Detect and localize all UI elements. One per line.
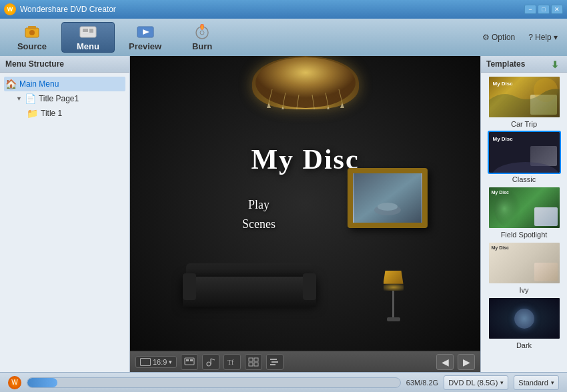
maximize-button[interactable]: □ [538,5,550,14]
progress-fill [27,378,57,387]
disc-type-label: DVD DL (8.5G) [448,379,498,387]
dvd-background: My Disc Play Scenes [130,56,480,351]
standard-select[interactable]: Standard ▾ [514,375,559,390]
download-icon[interactable]: ⬇ [551,59,562,69]
template-label-field: Field Spotlight [501,231,548,239]
ratio-arrow: ▾ [169,359,172,365]
lamp-shade [384,271,404,284]
svg-rect-39 [254,358,258,361]
tree-main-menu[interactable]: 🏠 Main Menu [4,77,125,91]
svg-text:Tf: Tf [227,359,234,366]
templates-list: My Disc Car Trip My Disc [481,73,567,372]
tree-title-page1[interactable]: ▼ 📄 Title Page1 [15,91,125,106]
tmpl-car-trip-bg: My Disc [489,77,560,117]
aspect-ratio-button[interactable]: 16:9 ▾ [135,356,177,368]
text-button[interactable]: Tf [223,354,241,370]
svg-point-2 [29,30,35,35]
statusbar: W 63M/8.2G DVD DL (8.5G) ▾ Standard ▾ [0,372,567,392]
template-car-trip[interactable]: My Disc Car Trip [484,75,564,128]
couch-body [183,277,316,307]
tree-area: 🏠 Main Menu ▼ 📄 Title Page1 📁 Title 1 [0,73,129,372]
template-label-classic: Classic [512,175,536,183]
menu-icon [79,24,97,40]
svg-rect-1 [28,26,36,29]
svg-rect-8 [83,33,93,35]
preview-area: My Disc Play Scenes [130,56,480,351]
tmpl-ivy-title-text: My Disc [492,245,509,250]
lamp-glow [384,284,404,291]
dvd-menu-items: Play Scenes [242,195,275,234]
svg-marker-26 [326,106,330,109]
couch-arm-left [183,273,196,300]
burn-label: Burn [192,41,212,51]
scenes-item[interactable]: Scenes [242,215,275,234]
source-label: Source [17,41,47,51]
tmpl-field-bg: My Disc [489,187,560,228]
preview-toolbar: 16:9 ▾ Tf ◀ ▶ [130,351,480,372]
minimize-button[interactable]: − [524,5,536,14]
chandelier-body [252,56,359,109]
template-thumb-dark [488,297,561,340]
svg-marker-27 [340,103,344,108]
burn-button[interactable]: Burn [175,22,229,53]
template-ivy[interactable]: My Disc Ivy [484,241,564,294]
templates-header: Templates ⬇ [481,56,567,73]
picture-frame-inner [353,173,422,223]
svg-marker-24 [295,108,299,109]
svg-rect-38 [249,358,253,361]
titlebar-left: W Wondershare DVD Creator [4,3,116,15]
templates-title: Templates [486,59,525,69]
svg-point-46 [492,162,559,174]
source-icon [23,24,41,40]
panel-header: Menu Structure [0,56,129,73]
menu-button[interactable]: Menu [61,22,115,53]
play-item[interactable]: Play [242,195,275,215]
settings-button[interactable] [266,354,284,370]
svg-rect-40 [249,363,253,366]
next-button[interactable]: ▶ [458,354,475,370]
svg-rect-4 [83,29,88,32]
option-label: Option [492,33,515,42]
lamp-decoration [384,271,404,321]
ratio-icon [140,358,151,366]
titlebar: W Wondershare DVD Creator − □ ✕ [0,0,567,19]
chapter-button[interactable] [181,354,198,370]
help-icon: ? [528,33,533,42]
svg-point-12 [200,31,204,35]
close-button[interactable]: ✕ [551,5,563,14]
menu-label: Menu [77,41,99,51]
svg-point-15 [255,57,356,108]
status-size: 63M/8.2G [406,379,438,387]
preview-button[interactable]: Preview [117,22,173,53]
template-classic[interactable]: My Disc Classic [484,131,564,183]
svg-marker-22 [267,103,271,108]
source-button[interactable]: Source [5,22,59,53]
dvd-title: My Disc [251,143,359,175]
page-icon: 📄 [25,93,36,104]
template-thumb-field: My Disc [488,186,561,229]
titlebar-controls: − □ ✕ [524,5,563,14]
music-button[interactable] [202,354,219,370]
template-label-dark: Dark [516,341,532,349]
option-button[interactable]: ⚙ Option [478,31,519,44]
status-icon: W [8,376,21,389]
prev-icon: ◀ [442,357,449,367]
help-label: Help ▾ [535,33,558,42]
picture-frame [348,168,428,228]
tree-title1[interactable]: 📁 Title 1 [25,106,125,121]
svg-point-30 [378,203,398,211]
grid-button[interactable] [245,354,262,370]
toolbar-right: ⚙ Option ? Help ▾ [478,31,562,44]
tmpl-classic-bg: My Disc [489,132,560,173]
lamp-pole [392,291,394,317]
template-field[interactable]: My Disc Field Spotlight [484,186,564,239]
chandelier-decoration [245,56,366,123]
couch-arm-right [303,273,316,300]
help-button[interactable]: ? Help ▾ [524,31,562,44]
title-page1-label: Title Page1 [39,94,79,103]
svg-rect-33 [190,359,193,361]
template-dark[interactable]: Dark [484,297,564,349]
gear-icon: ⚙ [482,33,490,42]
disc-type-select[interactable]: DVD DL (8.5G) ▾ [444,375,508,390]
prev-button[interactable]: ◀ [436,354,454,370]
